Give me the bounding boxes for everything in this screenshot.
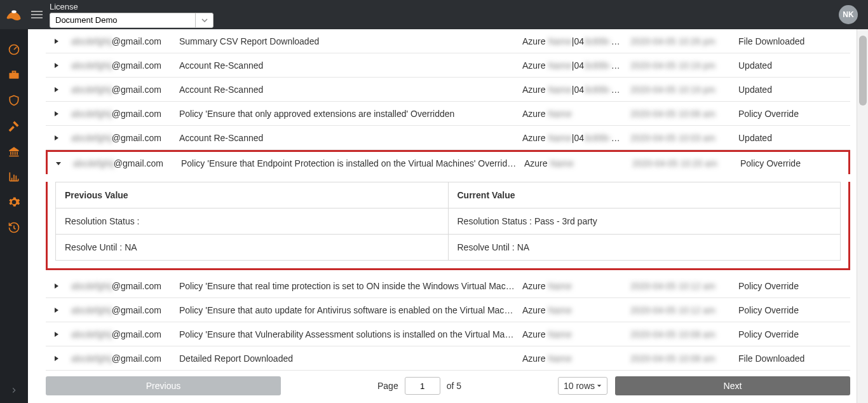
svg-point-0 bbox=[11, 10, 17, 13]
event-cell: Detailed Report Downloaded bbox=[175, 348, 519, 369]
tag-cell: Policy Override bbox=[735, 104, 850, 124]
page-scrollbar[interactable] bbox=[857, 29, 868, 403]
page-input[interactable] bbox=[405, 377, 440, 395]
account-cell: Azure Name|043c89b-78a… bbox=[519, 79, 627, 100]
detail-th-curr: Current Value bbox=[448, 182, 841, 208]
event-cell: Account Re-Scanned bbox=[175, 55, 519, 76]
event-cell: Policy 'Ensure that only approved extens… bbox=[175, 104, 519, 124]
table-row-expanded: abcdefghij@gmail.com Policy 'Ensure that… bbox=[46, 150, 850, 174]
detail-prev-resolution: Resolution Status : bbox=[56, 208, 449, 235]
menu-toggle[interactable] bbox=[28, 0, 46, 29]
page-label: Page bbox=[377, 381, 398, 391]
event-cell: Policy 'Ensure that real time protection… bbox=[175, 276, 519, 296]
chevron-down-icon bbox=[597, 383, 602, 388]
expand-toggle[interactable] bbox=[46, 302, 67, 318]
tag-cell: Policy Override bbox=[735, 276, 850, 296]
detail-curr-resolution: Resolution Status : Pass - 3rd party bbox=[448, 208, 841, 235]
expand-toggle[interactable] bbox=[46, 106, 67, 122]
event-cell: Summary CSV Report Downloaded bbox=[175, 31, 519, 51]
user-cell: abcdefghij@gmail.com bbox=[67, 79, 175, 100]
table-row: abcdefghij@gmail.com Policy 'Ensure that… bbox=[46, 322, 850, 346]
user-cell: abcdefghij@gmail.com bbox=[67, 128, 175, 148]
next-button[interactable]: Next bbox=[615, 376, 850, 395]
account-cell: Azure Name bbox=[519, 324, 627, 345]
expand-toggle[interactable] bbox=[46, 278, 67, 294]
table-row: abcdefghij@gmail.com Account Re-Scanned … bbox=[46, 53, 850, 78]
account-cell: Azure Name bbox=[520, 153, 628, 174]
account-cell: Azure Name|043c89b-78ad… bbox=[519, 31, 627, 51]
side-nav bbox=[0, 29, 28, 403]
license-input[interactable] bbox=[50, 13, 195, 27]
tag-cell: Policy Override bbox=[735, 324, 850, 345]
expand-toggle[interactable] bbox=[46, 350, 67, 367]
nav-history[interactable] bbox=[0, 215, 28, 240]
tag-cell: File Downloaded bbox=[735, 31, 850, 51]
date-cell: 2020-04-05 10:19 pm bbox=[627, 55, 735, 76]
user-cell: abcdefghij@gmail.com bbox=[67, 31, 175, 51]
event-cell: Policy 'Ensure that Endpoint Protection … bbox=[177, 153, 520, 174]
expand-toggle[interactable] bbox=[46, 326, 67, 343]
collapse-toggle[interactable] bbox=[48, 155, 69, 172]
detail-th-prev: Previous Value bbox=[56, 182, 449, 208]
page-of-label: of 5 bbox=[447, 381, 461, 391]
top-bar: License NK bbox=[0, 0, 868, 29]
nav-dashboard[interactable] bbox=[0, 37, 28, 62]
date-cell: 2020-04-05 10:19 pm bbox=[627, 79, 735, 100]
user-cell: abcdefghij@gmail.com bbox=[67, 300, 175, 320]
nav-briefcase[interactable] bbox=[0, 62, 28, 88]
rows-per-page-label: 10 rows bbox=[564, 381, 595, 391]
tag-cell: File Downloaded bbox=[735, 348, 850, 369]
pagination-footer: Previous Page of 5 10 rows Next bbox=[28, 371, 857, 403]
table-row: abcdefghij@gmail.com Policy 'Ensure that… bbox=[46, 274, 850, 298]
tag-cell: Updated bbox=[735, 128, 850, 148]
sidebar-expand[interactable] bbox=[0, 378, 28, 403]
date-cell: 2020-04-05 10:20 am bbox=[628, 153, 736, 174]
user-cell: abcdefghij@gmail.com bbox=[67, 276, 175, 296]
expand-toggle[interactable] bbox=[46, 33, 67, 50]
event-cell: Policy 'Ensure that Vulnerability Assess… bbox=[175, 324, 519, 345]
svg-rect-3 bbox=[13, 71, 16, 73]
scroll-thumb[interactable] bbox=[859, 36, 867, 106]
date-cell: 2020-04-05 10:03 am bbox=[627, 128, 735, 148]
license-label: License bbox=[50, 2, 214, 11]
user-cell: abcdefghij@gmail.com bbox=[69, 153, 177, 174]
detail-curr-resolve-until: Resolve Until : NA bbox=[448, 235, 841, 261]
account-cell: Azure Name bbox=[519, 348, 627, 369]
nav-chart[interactable] bbox=[0, 164, 28, 189]
account-cell: Azure Name|043c89b-78a… bbox=[519, 128, 627, 148]
chevron-down-icon[interactable] bbox=[195, 13, 213, 27]
expand-toggle[interactable] bbox=[46, 57, 67, 74]
tag-cell: Updated bbox=[735, 79, 850, 100]
rows-per-page-select[interactable]: 10 rows bbox=[558, 377, 607, 395]
account-cell: Azure Name bbox=[519, 300, 627, 320]
nav-settings[interactable] bbox=[0, 189, 28, 215]
nav-shield[interactable] bbox=[0, 88, 28, 113]
nav-bank[interactable] bbox=[0, 139, 28, 164]
date-cell: 2020-04-05 10:12 am bbox=[627, 276, 735, 296]
user-cell: abcdefghij@gmail.com bbox=[67, 324, 175, 345]
table-row: abcdefghij@gmail.com Policy 'Ensure that… bbox=[46, 102, 850, 126]
row-detail: Previous Value Current Value Resolution … bbox=[46, 182, 850, 270]
event-cell: Account Re-Scanned bbox=[175, 128, 519, 148]
event-cell: Policy 'Ensure that auto update for Anti… bbox=[175, 300, 519, 320]
previous-button[interactable]: Previous bbox=[46, 376, 281, 395]
tag-cell: Policy Override bbox=[736, 153, 848, 174]
nav-gavel[interactable] bbox=[0, 113, 28, 139]
table-row: abcdefghij@gmail.com Account Re-Scanned … bbox=[46, 126, 850, 150]
app-logo bbox=[0, 0, 28, 29]
detail-prev-resolve-until: Resolve Until : NA bbox=[56, 235, 449, 261]
avatar[interactable]: NK bbox=[839, 5, 858, 24]
table-row: abcdefghij@gmail.com Summary CSV Report … bbox=[46, 29, 850, 53]
tag-cell: Policy Override bbox=[735, 300, 850, 320]
date-cell: 2020-04-05 10:12 am bbox=[627, 300, 735, 320]
date-cell: 2020-04-05 10:06 am bbox=[627, 104, 735, 124]
audit-grid: abcdefghij@gmail.com Summary CSV Report … bbox=[46, 29, 850, 371]
date-cell: 2020-04-05 10:26 pm bbox=[627, 31, 735, 51]
page-block: Page of 5 bbox=[288, 377, 550, 395]
expand-toggle[interactable] bbox=[46, 81, 67, 98]
expand-toggle[interactable] bbox=[46, 130, 67, 146]
date-cell: 2020-04-05 10:08 am bbox=[627, 348, 735, 369]
date-cell: 2020-04-05 10:08 am bbox=[627, 324, 735, 345]
table-row: abcdefghij@gmail.com Account Re-Scanned … bbox=[46, 78, 850, 102]
license-select[interactable] bbox=[50, 13, 214, 28]
